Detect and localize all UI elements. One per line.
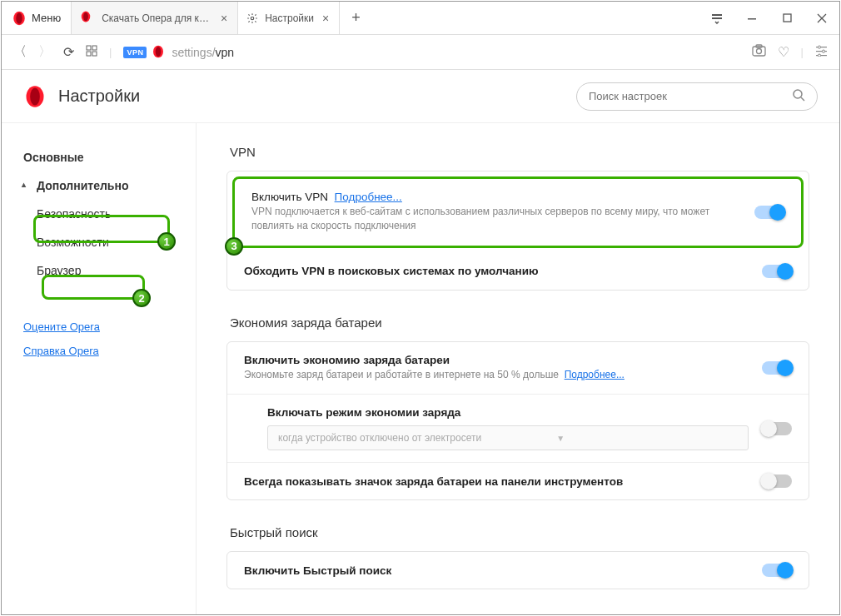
back-icon[interactable]: 〈 (13, 43, 27, 61)
row-enable-battery: Включить экономию заряда батареи Экономь… (227, 342, 809, 394)
section-title-vpn: VPN (230, 145, 809, 159)
row-description: Экономьте заряд батареи и работайте в ин… (244, 368, 749, 382)
menu-button[interactable]: Меню (2, 2, 72, 34)
section-title-battery: Экономия заряда батареи (230, 315, 809, 330)
toggle-battery-mode[interactable] (762, 422, 792, 435)
row-title: Включить VPN Подробнее... (251, 191, 741, 203)
svg-rect-15 (753, 47, 765, 56)
main[interactable]: VPN Включить VPN Подробнее... VPN подклю… (197, 123, 839, 614)
toggle-battery-icon[interactable] (762, 474, 792, 488)
close-icon[interactable]: × (219, 12, 229, 25)
url-bar[interactable]: VPN settings/vpn (123, 45, 234, 60)
row-battery-mode: Включать режим экономии заряда когда уст… (227, 394, 809, 462)
speed-dial-icon[interactable] (86, 45, 97, 60)
svg-point-14 (156, 47, 162, 57)
row-enable-quicksearch: Включить Быстрый поиск (227, 552, 809, 589)
row-title: Включить экономию заряда батареи (244, 354, 749, 366)
toggle-enable-battery[interactable] (762, 361, 792, 375)
sidebar-item-security[interactable]: Безопасность (2, 200, 196, 228)
sidebar-item-label: Дополнительно (37, 179, 128, 192)
url-text: settings/vpn (172, 46, 234, 59)
toggle-bypass-vpn[interactable] (762, 265, 792, 278)
tab-title: Скачать Опера для компь (102, 12, 212, 24)
battery-learn-more-link[interactable]: Подробнее... (565, 369, 625, 380)
svg-rect-9 (87, 46, 91, 50)
snapshot-icon[interactable] (752, 44, 766, 60)
opera-icon (23, 85, 47, 108)
sidebar-item-advanced[interactable]: ▴ Дополнительно (2, 171, 196, 200)
vpn-card: Включить VPN Подробнее... VPN подключает… (226, 171, 809, 291)
select-value: когда устройство отключено от электросет… (278, 432, 481, 444)
svg-rect-10 (92, 46, 97, 50)
sidebar-item-basic[interactable]: Основные (2, 143, 196, 171)
svg-point-3 (83, 12, 88, 21)
opera-icon (152, 45, 167, 60)
row-title: Всегда показывать значок заряда батареи … (244, 475, 749, 488)
vpn-badge[interactable]: VPN (123, 47, 147, 58)
heart-icon[interactable]: ♡ (778, 44, 789, 60)
new-tab-button[interactable]: + (340, 2, 372, 34)
row-title: Включать режим экономии заряда (267, 406, 749, 419)
section-title-quicksearch: Быстрый поиск (230, 525, 809, 539)
page-header: Настройки (2, 70, 839, 123)
minimize-icon[interactable] (734, 13, 769, 23)
tab-title: Настройки (265, 12, 314, 24)
sidebar-link-rate[interactable]: Оцените Opera (2, 315, 196, 339)
forward-icon[interactable]: 〉 (38, 43, 52, 61)
opera-icon (12, 11, 27, 26)
svg-rect-7 (748, 18, 756, 20)
search-icon (793, 89, 805, 104)
content: Основные ▴ Дополнительно Безопасность Во… (2, 123, 839, 614)
svg-point-1 (16, 12, 22, 24)
chevron-up-icon: ▴ (22, 180, 26, 189)
opera-icon (80, 11, 95, 26)
menu-label: Меню (32, 12, 61, 24)
svg-point-26 (794, 90, 802, 98)
toggle-quicksearch[interactable] (762, 564, 792, 577)
titlebar: Меню Скачать Опера для компь × Настройки… (2, 2, 839, 35)
battery-mode-select[interactable]: когда устройство отключено от электросет… (267, 425, 749, 450)
window-controls (699, 2, 839, 34)
row-battery-icon: Всегда показывать значок заряда батареи … (227, 462, 809, 499)
svg-rect-5 (712, 14, 722, 16)
svg-point-23 (818, 54, 820, 57)
toggle-enable-vpn[interactable] (754, 206, 784, 219)
svg-point-19 (818, 46, 820, 48)
row-enable-vpn: Включить VPN Подробнее... VPN подключает… (235, 179, 801, 246)
annotation-badge: 3 (225, 237, 243, 256)
svg-rect-11 (87, 52, 91, 56)
row-bypass-vpn: Обходить VPN в поисковых системах по умо… (227, 253, 809, 290)
annotation-highlight-3: Включить VPN Подробнее... VPN подключает… (232, 176, 804, 248)
row-description: VPN подключается к веб-сайтам с использо… (251, 205, 741, 234)
app-window: Меню Скачать Опера для компь × Настройки… (1, 1, 840, 615)
easy-setup-icon[interactable] (815, 44, 828, 60)
close-window-icon[interactable] (804, 13, 839, 23)
tab-settings[interactable]: Настройки × (238, 2, 340, 34)
svg-rect-8 (784, 14, 791, 22)
gear-icon (246, 12, 258, 24)
url-toolbar: 〈 〉 ⟳ | VPN settings/vpn ♡ | (2, 35, 839, 70)
tab-menu-icon[interactable] (699, 12, 734, 24)
page-title: Настройки (58, 87, 140, 106)
sidebar-link-help[interactable]: Справка Opera (2, 339, 196, 363)
battery-card: Включить экономию заряда батареи Экономь… (226, 341, 809, 500)
svg-point-21 (822, 50, 824, 52)
close-icon[interactable]: × (321, 12, 331, 25)
quicksearch-card: Включить Быстрый поиск (226, 551, 809, 589)
sidebar: Основные ▴ Дополнительно Безопасность Во… (2, 123, 197, 614)
chevron-down-icon: ▼ (556, 434, 565, 443)
svg-point-16 (756, 49, 761, 54)
svg-point-25 (30, 87, 40, 105)
maximize-icon[interactable] (769, 13, 804, 22)
vpn-learn-more-link[interactable]: Подробнее... (335, 191, 402, 203)
sidebar-item-browser[interactable]: Браузер (2, 256, 196, 285)
svg-point-4 (251, 17, 254, 20)
settings-search[interactable] (576, 82, 818, 111)
tab-download[interactable]: Скачать Опера для компь × (72, 2, 238, 34)
svg-rect-12 (92, 52, 97, 56)
sidebar-item-features[interactable]: Возможности (2, 228, 196, 256)
reload-icon[interactable]: ⟳ (63, 44, 74, 60)
row-title: Включить Быстрый поиск (244, 564, 749, 577)
row-title: Обходить VPN в поисковых системах по умо… (244, 265, 749, 277)
search-input[interactable] (589, 90, 784, 102)
